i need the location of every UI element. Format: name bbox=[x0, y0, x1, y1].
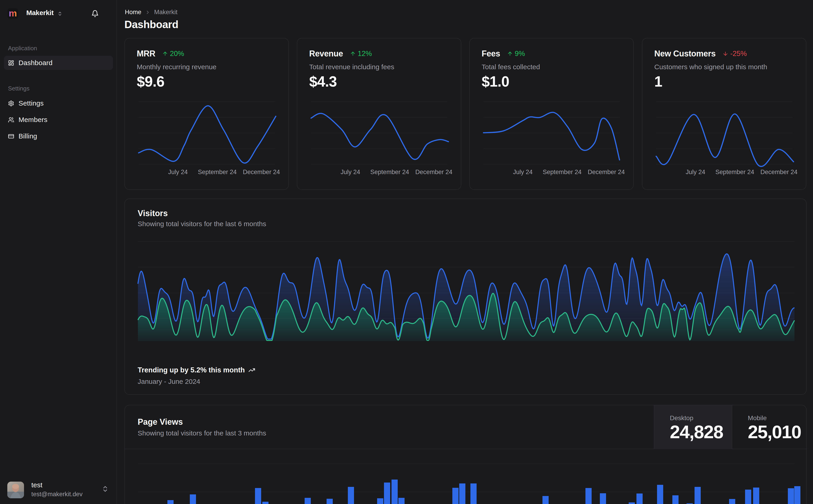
svg-text:m: m bbox=[9, 8, 17, 18]
